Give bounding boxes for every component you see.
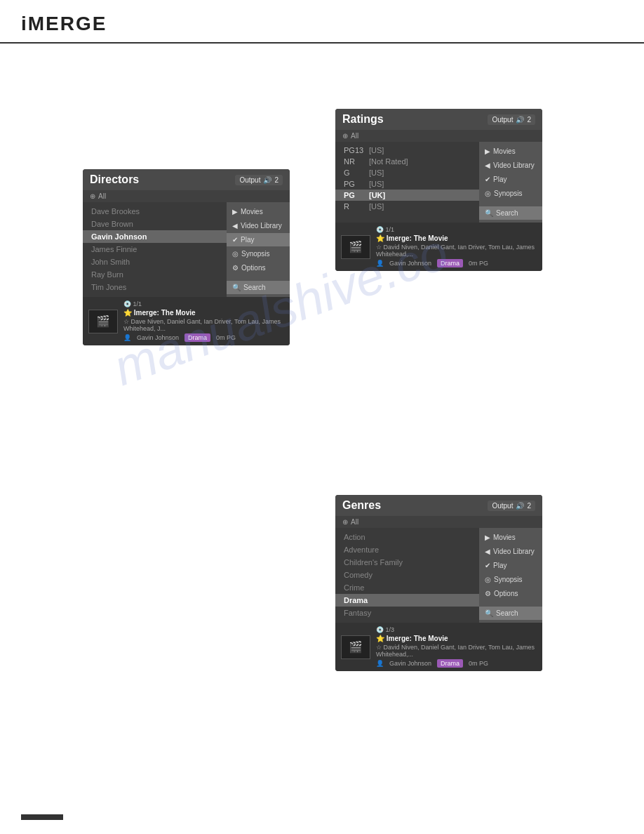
options-menu-item[interactable]: ⚙ Options xyxy=(227,261,290,274)
video-library-label: Video Library xyxy=(493,548,535,555)
video-library-menu-item[interactable]: ◀ Video Library xyxy=(479,545,542,558)
star-icon: ⭐ xyxy=(376,635,384,642)
movies-label: Movies xyxy=(241,208,263,216)
all-icon: ⊕ xyxy=(90,192,95,200)
genre-badge: Drama xyxy=(437,259,463,267)
list-item[interactable]: PG [UK] xyxy=(335,190,479,201)
list-item[interactable]: Children's Family xyxy=(335,556,479,569)
list-item[interactable]: Tim Jones xyxy=(83,281,227,293)
output-label: Output xyxy=(239,176,260,184)
rating: 0m PG xyxy=(469,260,488,267)
list-item[interactable]: Ray Burn xyxy=(83,268,227,281)
director-name: Gavin Johnson xyxy=(389,660,431,667)
options-icon: ⚙ xyxy=(485,590,491,597)
movie-thumbnail: 🎬 xyxy=(341,635,370,659)
synopsis-menu-item[interactable]: ◎ Synopsis xyxy=(227,247,290,260)
list-item[interactable]: Fantasy xyxy=(335,607,479,619)
ratings-all-row: ⊕ All xyxy=(335,130,542,142)
options-menu-item[interactable]: ⚙ Options xyxy=(479,587,542,600)
movie-thumbnail: 🎬 xyxy=(341,235,370,259)
list-item[interactable]: PG13 [US] xyxy=(335,145,479,156)
genres-body: Action Adventure Children's Family Comed… xyxy=(335,528,542,623)
synopsis-label: Synopsis xyxy=(241,250,270,258)
directors-all-row: ⊕ All xyxy=(83,190,290,202)
video-library-label: Video Library xyxy=(493,161,535,169)
genres-movie-strip: 🎬 💿 1/3 ⭐ Imerge: The Movie ☆ David Nive… xyxy=(335,623,542,671)
play-menu-item[interactable]: ✔ Play xyxy=(479,559,542,572)
output-label: Output xyxy=(492,116,513,124)
play-icon: ✔ xyxy=(485,176,490,183)
ratings-output-badge: Output 🔊 2 xyxy=(488,114,535,125)
video-library-icon: ◀ xyxy=(485,548,490,555)
movie-info: 💿 1/1 ⭐ Imerge: The Movie ☆ Dave Niven, … xyxy=(123,300,284,342)
search-menu-item[interactable]: 🔍 Search xyxy=(479,206,542,220)
rating-code: R xyxy=(344,202,363,211)
synopsis-icon: ◎ xyxy=(485,190,491,197)
movies-label: Movies xyxy=(493,147,516,155)
synopsis-menu-item[interactable]: ◎ Synopsis xyxy=(479,187,542,200)
movie-meta: 👤 Gavin Johnson Drama 0m PG xyxy=(123,333,284,342)
output-speaker-icon: 🔊 xyxy=(263,176,271,184)
movie-cast: ☆ David Niven, Daniel Gant, Ian Driver, … xyxy=(376,244,537,258)
list-item[interactable]: G [US] xyxy=(335,167,479,178)
list-item[interactable]: Adventure xyxy=(335,543,479,556)
output-speaker-icon: 🔊 xyxy=(516,502,524,510)
list-item[interactable]: NR [Not Rated] xyxy=(335,156,479,167)
genres-title: Genres xyxy=(342,499,381,512)
all-label: All xyxy=(351,518,358,526)
video-library-label: Video Library xyxy=(241,222,282,230)
search-menu-item[interactable]: 🔍 Search xyxy=(479,607,542,620)
play-menu-item[interactable]: ✔ Play xyxy=(227,233,290,246)
list-item[interactable]: PG [US] xyxy=(335,178,479,190)
rating: 0m PG xyxy=(216,334,236,341)
movie-title: ⭐ Imerge: The Movie xyxy=(376,234,537,242)
genre-badge: Drama xyxy=(437,659,463,668)
movies-label: Movies xyxy=(493,534,516,541)
menu-separator xyxy=(479,202,542,203)
disc-icon: 💿 xyxy=(376,626,384,633)
star-icon: ⭐ xyxy=(376,234,384,242)
director-icon: 👤 xyxy=(376,660,384,667)
logo: iMERGE xyxy=(21,13,623,35)
output-num: 2 xyxy=(274,176,279,184)
directors-body: Dave Brookes Dave Brown Gavin Johnson Ja… xyxy=(83,202,290,297)
search-icon: 🔍 xyxy=(232,284,241,291)
list-item[interactable]: Gavin Johnson xyxy=(83,230,227,243)
output-num: 2 xyxy=(527,502,531,510)
cast-icon: ☆ xyxy=(376,644,382,651)
options-label: Options xyxy=(494,590,518,597)
list-item[interactable]: Comedy xyxy=(335,569,479,581)
list-item[interactable]: R [US] xyxy=(335,201,479,212)
list-item[interactable]: Dave Brown xyxy=(83,218,227,230)
movie-cast: ☆ David Niven, Daniel Gant, Ian Driver, … xyxy=(376,644,537,658)
directors-title: Directors xyxy=(90,173,139,186)
search-icon: 🔍 xyxy=(485,209,493,217)
movie-count: 💿 1/3 xyxy=(376,626,537,633)
genres-menu: ▶ Movies ◀ Video Library ✔ Play ◎ Synops… xyxy=(479,528,542,623)
movies-menu-item[interactable]: ▶ Movies xyxy=(479,145,542,158)
synopsis-menu-item[interactable]: ◎ Synopsis xyxy=(479,573,542,586)
options-icon: ⚙ xyxy=(232,264,239,272)
ratings-panel-header: Ratings Output 🔊 2 xyxy=(335,109,542,130)
movies-menu-item[interactable]: ▶ Movies xyxy=(479,531,542,544)
movies-menu-item[interactable]: ▶ Movies xyxy=(227,205,290,218)
play-label: Play xyxy=(493,562,507,569)
rating-desc: [US] xyxy=(369,168,384,177)
menu-separator xyxy=(227,277,290,277)
list-item[interactable]: James Finnie xyxy=(83,243,227,256)
director-name: Gavin Johnson xyxy=(389,260,431,267)
list-item[interactable]: Action xyxy=(335,531,479,543)
movie-meta: 👤 Gavin Johnson Drama 0m PG xyxy=(376,259,537,267)
video-library-menu-item[interactable]: ◀ Video Library xyxy=(479,159,542,172)
search-menu-item[interactable]: 🔍 Search xyxy=(227,281,290,294)
list-item[interactable]: Dave Brookes xyxy=(83,205,227,218)
menu-separator xyxy=(479,602,542,603)
list-item[interactable]: Drama xyxy=(335,594,479,607)
all-label: All xyxy=(98,192,106,200)
list-item[interactable]: Crime xyxy=(335,581,479,594)
directors-menu: ▶ Movies ◀ Video Library ✔ Play ◎ Synops… xyxy=(227,202,290,297)
play-menu-item[interactable]: ✔ Play xyxy=(479,173,542,186)
list-item[interactable]: John Smith xyxy=(83,256,227,268)
output-num: 2 xyxy=(527,116,531,124)
video-library-menu-item[interactable]: ◀ Video Library xyxy=(227,219,290,232)
